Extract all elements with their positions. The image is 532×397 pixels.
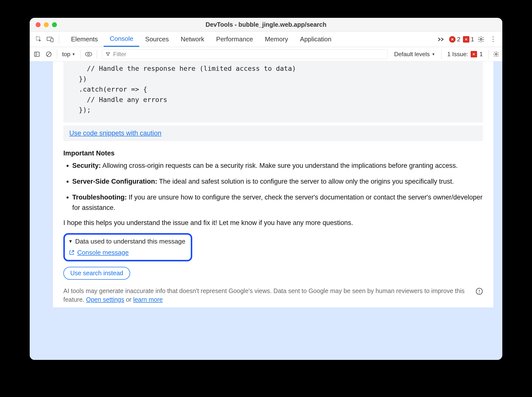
zoom-window-button[interactable] [52,22,57,27]
svg-point-12 [479,292,480,293]
window-title: DevTools - bubble_jingle.web.app/search [30,21,502,28]
learn-more-link[interactable]: learn more [133,296,163,303]
notes-heading: Important Notes [63,149,483,157]
list-item: Security: Allowing cross-origin requests… [72,161,483,171]
info-warning-icon[interactable] [476,288,483,295]
more-tabs-icon[interactable] [436,37,446,42]
error-badge[interactable]: 2 [449,36,460,43]
svg-rect-2 [51,38,53,42]
minimize-window-button[interactable] [44,22,49,27]
code-caution-box: Use code snippets with caution [63,125,483,141]
divider [57,50,57,59]
divider [59,35,59,44]
close-window-button[interactable] [36,22,41,27]
closing-text: I hope this helps you understand the iss… [63,219,483,227]
filter-input[interactable] [113,50,384,58]
context-label: top [62,51,70,58]
svg-line-7 [47,52,50,56]
traffic-lights [36,22,57,27]
divider [441,50,441,59]
issue-count: 1 [471,36,474,43]
issues-count: 1 [480,51,483,58]
ai-disclaimer: AI tools may generate inaccurate info th… [63,287,471,304]
chevron-down-icon: ▼ [72,52,75,56]
list-item: Server-Side Configuration: The ideal and… [72,176,483,187]
device-toolbar-icon[interactable] [46,35,54,44]
toggle-sidebar-icon[interactable] [32,51,42,57]
console-settings-icon[interactable] [492,51,500,57]
tab-network[interactable]: Network [175,32,210,47]
disclosure-triangle-icon: ▼ [68,239,73,244]
tab-memory[interactable]: Memory [259,32,294,47]
notes-list: Security: Allowing cross-origin requests… [72,161,483,213]
ai-response-card: // Handle the response here (limited acc… [53,61,493,307]
log-levels-label: Default levels [394,51,430,58]
console-content[interactable]: // Handle the response here (limited acc… [30,61,502,360]
issue-badge[interactable]: ✕ 1 [463,36,474,43]
log-levels-selector[interactable]: Default levels ▼ [391,51,438,58]
open-external-icon [69,249,75,255]
data-used-label: Data used to understand this message [75,238,185,245]
error-circle-icon [449,36,456,43]
kebab-menu-icon[interactable]: ⋮ [488,35,498,43]
window-titlebar: DevTools - bubble_jingle.web.app/search [30,18,502,32]
console-message-link[interactable]: Console message [77,249,129,256]
tab-elements[interactable]: Elements [65,32,104,47]
tab-sources[interactable]: Sources [139,32,175,47]
devtools-toolbar: Elements Console Sources Network Perform… [30,32,502,47]
code-caution-link[interactable]: Use code snippets with caution [69,129,161,137]
issue-flag-icon: ✕ [471,51,477,57]
code-snippet: // Handle the response here (limited acc… [63,61,483,123]
clear-console-icon[interactable] [44,51,54,57]
svg-point-3 [480,38,482,40]
use-search-button[interactable]: Use search instead [63,267,130,280]
svg-rect-4 [34,52,39,56]
svg-point-8 [88,53,90,55]
tab-console[interactable]: Console [104,32,139,47]
chevron-down-icon: ▼ [432,52,435,56]
console-toolbar: top ▼ Default levels ▼ 1 Issue: ✕ 1 [30,47,502,61]
issue-flag-icon: ✕ [463,36,469,43]
data-used-panel: ▼ Data used to understand this message C… [63,233,192,261]
data-used-toggle[interactable]: ▼ Data used to understand this message [68,238,185,245]
issues-summary[interactable]: 1 Issue: ✕ 1 [444,51,486,58]
issues-label: 1 Issue: [447,51,468,58]
divider [97,50,97,59]
filter-field[interactable] [102,49,387,59]
list-item: Troubleshooting: If you are unsure how t… [72,192,483,213]
filter-icon [106,52,110,56]
inspect-element-icon[interactable] [35,35,43,44]
divider [489,50,489,59]
svg-point-9 [495,53,497,55]
tab-performance[interactable]: Performance [210,32,259,47]
context-selector[interactable]: top ▼ [60,51,77,58]
error-count: 2 [457,36,460,43]
panel-tabs: Elements Console Sources Network Perform… [65,32,338,47]
settings-icon[interactable] [477,36,485,43]
divider [80,50,80,59]
open-settings-link[interactable]: Open settings [86,296,124,303]
live-expression-icon[interactable] [83,51,94,57]
tab-application[interactable]: Application [294,32,337,47]
